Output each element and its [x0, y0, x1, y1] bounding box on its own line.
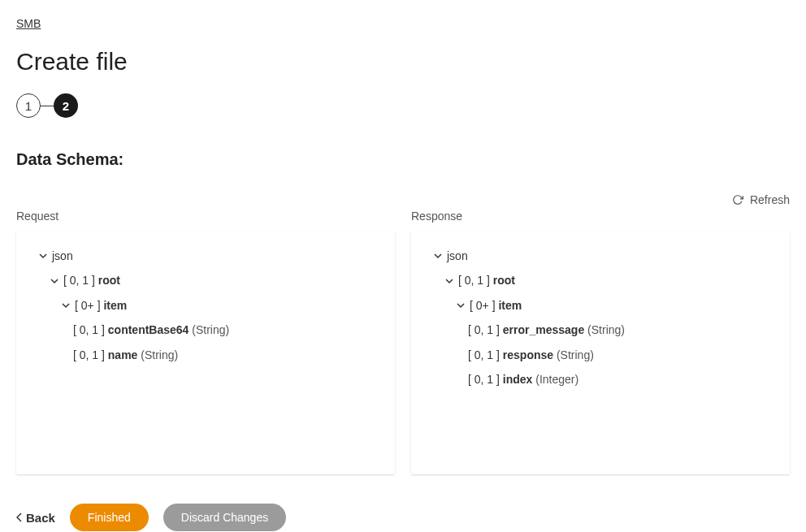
field-type: (String)	[192, 323, 229, 336]
field-type: (String)	[141, 348, 178, 361]
field-name: name	[108, 348, 138, 361]
step-line	[41, 106, 54, 106]
field-name: item	[103, 299, 127, 312]
chevron-down-icon	[50, 277, 58, 285]
breadcrumb-smb[interactable]: SMB	[16, 17, 41, 30]
response-label: Response	[411, 210, 790, 223]
cardinality: [ 0, 1 ]	[73, 323, 105, 336]
chevron-left-icon	[16, 513, 23, 522]
step-1[interactable]: 1	[16, 93, 41, 118]
tree-row[interactable]: [ 0, 1 ] contentBase64 (String)	[31, 321, 380, 339]
response-panel: json [ 0, 1 ] root [ 0+ ] item	[411, 231, 790, 474]
field-type: (String)	[557, 348, 594, 361]
page-title: Create file	[16, 48, 790, 76]
cardinality: [ 0+ ]	[470, 299, 496, 312]
field-name: index	[503, 373, 533, 386]
section-title: Data Schema:	[16, 150, 790, 169]
tree-row[interactable]: [ 0, 1 ] response (String)	[426, 346, 775, 364]
discard-button[interactable]: Discard Changes	[163, 504, 286, 531]
back-button[interactable]: Back	[16, 511, 55, 525]
cardinality: [ 0, 1 ]	[468, 373, 500, 386]
field-name: error_message	[503, 323, 584, 336]
cardinality: [ 0, 1 ]	[73, 348, 105, 361]
field-name: contentBase64	[108, 323, 189, 336]
tree-json-label: json	[447, 247, 468, 265]
field-name: response	[503, 348, 553, 361]
field-type: (Integer)	[535, 373, 578, 386]
tree-row[interactable]: [ 0, 1 ] error_message (String)	[426, 321, 775, 339]
chevron-down-icon	[445, 277, 453, 285]
tree-row[interactable]: [ 0, 1 ] root	[426, 271, 775, 289]
cardinality: [ 0, 1 ]	[468, 323, 500, 336]
refresh-button[interactable]: Refresh	[16, 193, 790, 206]
request-panel: json [ 0, 1 ] root [ 0+ ] item	[16, 231, 395, 474]
tree-row[interactable]: [ 0+ ] item	[31, 296, 380, 314]
tree-row[interactable]: [ 0, 1 ] index (Integer)	[426, 370, 775, 388]
chevron-down-icon	[434, 252, 442, 260]
cardinality: [ 0, 1 ]	[468, 348, 500, 361]
field-type: (String)	[587, 323, 625, 336]
request-label: Request	[16, 210, 395, 223]
finished-button[interactable]: Finished	[70, 504, 149, 531]
chevron-down-icon	[457, 301, 465, 309]
step-indicator: 1 2	[16, 93, 790, 118]
tree-row[interactable]: json	[31, 247, 380, 265]
cardinality: [ 0, 1 ]	[458, 274, 490, 287]
cardinality: [ 0, 1 ]	[63, 274, 95, 287]
refresh-label: Refresh	[750, 193, 790, 206]
tree-row[interactable]: [ 0+ ] item	[426, 296, 775, 314]
field-name: root	[493, 274, 515, 287]
tree-row[interactable]: [ 0, 1 ] name (String)	[31, 346, 380, 364]
tree-json-label: json	[52, 247, 73, 265]
field-name: item	[498, 299, 522, 312]
tree-row[interactable]: json	[426, 247, 775, 265]
chevron-down-icon	[62, 301, 70, 309]
tree-row[interactable]: [ 0, 1 ] root	[31, 271, 380, 289]
refresh-icon	[732, 194, 743, 205]
field-name: root	[98, 274, 120, 287]
back-label: Back	[26, 511, 55, 525]
chevron-down-icon	[39, 252, 47, 260]
step-2[interactable]: 2	[54, 93, 78, 118]
cardinality: [ 0+ ]	[75, 299, 101, 312]
